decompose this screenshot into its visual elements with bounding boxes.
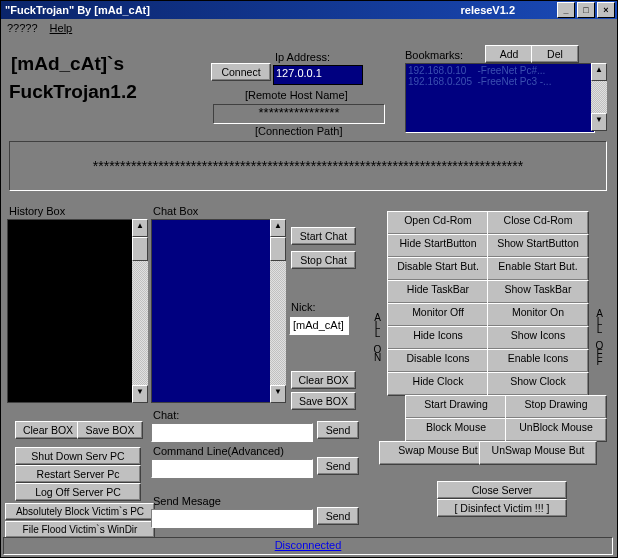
minimize-button[interactable]: _ [557,2,575,18]
action-button[interactable]: Disable Start But. [387,257,489,281]
msg-input[interactable] [151,509,313,528]
history-box[interactable] [7,219,133,403]
chat-scrollbar[interactable]: ▲▼ [270,219,286,403]
bookmarks-label: Bookmarks: [405,49,463,61]
status-text: Disconnected [275,539,342,551]
start-chat-button[interactable]: Start Chat [291,227,356,245]
action-button[interactable]: Show StartButton [487,234,589,258]
action-button[interactable]: Show Icons [487,326,589,350]
action-button[interactable]: Monitor On [487,303,589,327]
history-scrollbar[interactable]: ▲▼ [132,219,148,403]
maximize-button[interactable]: □ [577,2,595,18]
clear-history-button[interactable]: Clear BOX [15,421,81,439]
action-button[interactable]: Enable Icons [487,349,589,373]
action-button[interactable]: Enable Start But. [487,257,589,281]
action-button[interactable]: Close Cd-Rom [487,211,589,235]
msg-label: Send Mesage [153,495,221,507]
chat-box[interactable] [151,219,271,403]
clear-box-button[interactable]: Clear BOX [291,371,356,389]
chat-send-button[interactable]: Send [317,421,359,439]
block-pc-button[interactable]: Absolutely Block Victim`s PC [5,503,155,520]
nick-input[interactable]: [mAd_cAt] [289,316,349,335]
action-button[interactable]: UnSwap Mouse But [479,441,597,465]
conn-path-field: ****************************************… [9,141,607,191]
chatbox-label: Chat Box [153,205,198,217]
menu-help[interactable]: Help [50,22,73,34]
save-box-button[interactable]: Save BOX [291,392,356,410]
action-button[interactable]: Block Mouse [405,418,507,442]
menu-unknown[interactable]: ????? [7,22,38,34]
bookmark-add-button[interactable]: Add [485,45,533,63]
history-label: History Box [9,205,65,217]
connect-button[interactable]: Connect [211,63,271,81]
action-button[interactable]: Hide StartButton [387,234,489,258]
msg-send-button[interactable]: Send [317,507,359,525]
remote-host-label: [Remote Host Name] [245,89,348,101]
action-button[interactable]: Hide Icons [387,326,489,350]
action-button[interactable]: Hide TaskBar [387,280,489,304]
action-button[interactable]: Monitor Off [387,303,489,327]
nick-label: Nick: [291,301,315,313]
disinfect-button[interactable]: [ Disinfect Victim !!! ] [437,499,567,517]
chat-label: Chat: [153,409,179,421]
shutdown-button[interactable]: Shut Down Serv PC [15,447,141,465]
restart-button[interactable]: Restart Server Pc [15,465,141,483]
ip-input[interactable]: 127.0.0.1 [273,65,363,85]
action-button[interactable]: Show TaskBar [487,280,589,304]
save-history-button[interactable]: Save BOX [77,421,143,439]
bookmarks-scrollbar[interactable]: ▲▼ [591,63,607,131]
bookmark-del-button[interactable]: Del [531,45,579,63]
ip-label: Ip Address: [275,51,330,63]
header-line2: FuckTrojan1.2 [9,81,137,103]
titlebar: "FuckTrojan" By [mAd_cAt] releseV1.2 _ □… [1,1,617,19]
logoff-button[interactable]: Log Off Server PC [15,483,141,501]
action-button[interactable]: Open Cd-Rom [387,211,489,235]
bookmarks-list[interactable]: 192.168.0.10 -FreeNet Pc#... 192.168.0.2… [405,63,595,133]
status-bar: Disconnected [3,537,613,555]
close-server-button[interactable]: Close Server [437,481,567,499]
cmd-input[interactable] [151,459,313,478]
release-label: releseV1.2 [461,4,515,16]
header-line1: [mAd_cAt]`s [11,53,124,75]
action-button[interactable]: Stop Drawing [505,395,607,419]
cmd-send-button[interactable]: Send [317,457,359,475]
stop-chat-button[interactable]: Stop Chat [291,251,356,269]
action-button[interactable]: Show Clock [487,372,589,396]
chat-input[interactable] [151,423,313,442]
menu-bar: ????? Help [1,19,617,37]
action-button[interactable]: Hide Clock [387,372,489,396]
action-button[interactable]: Start Drawing [405,395,507,419]
all-on-label: ALL ON [365,295,383,377]
close-button[interactable]: × [597,2,615,18]
all-off-label: ALL OFF [587,295,605,377]
cmd-label: Command Line(Advanced) [153,445,284,457]
action-button[interactable]: UnBlock Mouse [505,418,607,442]
remote-host-field: **************** [213,104,385,124]
fileflood-button[interactable]: File Flood Victim`s WinDir [5,521,155,538]
action-button[interactable]: Disable Icons [387,349,489,373]
conn-path-label: [Connection Path] [255,125,342,137]
window-title: "FuckTrojan" By [mAd_cAt] [5,4,150,16]
